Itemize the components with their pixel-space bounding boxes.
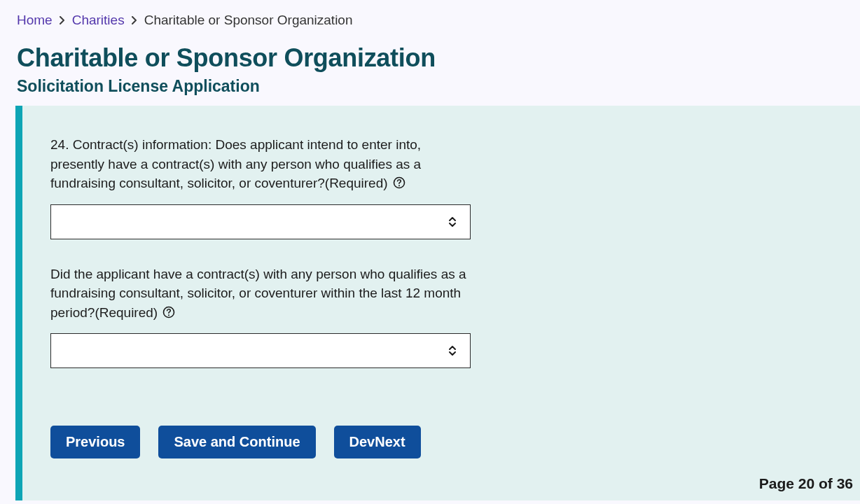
help-icon[interactable]	[162, 304, 175, 324]
save-and-continue-button[interactable]: Save and Continue	[158, 426, 315, 458]
breadcrumb: Home Charities Charitable or Sponsor Org…	[17, 13, 843, 28]
field-q24b-label: Did the applicant have a contract(s) wit…	[50, 265, 471, 324]
select-q24b-wrap	[50, 333, 471, 368]
help-icon[interactable]	[393, 175, 405, 195]
breadcrumb-current: Charitable or Sponsor Organization	[144, 13, 353, 28]
svg-point-1	[398, 185, 400, 186]
previous-button[interactable]: Previous	[50, 426, 140, 458]
field-q24-label: 24. Contract(s) information: Does applic…	[50, 135, 471, 195]
chevron-right-icon	[60, 16, 65, 24]
chevron-right-icon	[132, 16, 137, 24]
page-subtitle: Solicitation License Application	[17, 77, 843, 96]
select-q24-wrap	[50, 204, 471, 239]
action-row: Previous Save and Continue DevNext	[50, 426, 825, 458]
devnext-button[interactable]: DevNext	[334, 426, 421, 458]
page-title: Charitable or Sponsor Organization	[17, 43, 843, 73]
field-q24b-label-text: Did the applicant have a contract(s) wit…	[50, 267, 466, 320]
breadcrumb-home[interactable]: Home	[17, 13, 53, 28]
field-q24b: Did the applicant have a contract(s) wit…	[50, 265, 471, 369]
select-q24b[interactable]	[50, 333, 471, 368]
form-panel: 24. Contract(s) information: Does applic…	[15, 106, 860, 500]
select-q24[interactable]	[50, 204, 471, 239]
field-q24-label-text: 24. Contract(s) information: Does applic…	[50, 137, 421, 190]
field-q24: 24. Contract(s) information: Does applic…	[50, 135, 471, 239]
page-indicator: Page 20 of 36	[759, 475, 853, 492]
svg-point-3	[168, 314, 169, 316]
breadcrumb-charities[interactable]: Charities	[72, 13, 125, 28]
